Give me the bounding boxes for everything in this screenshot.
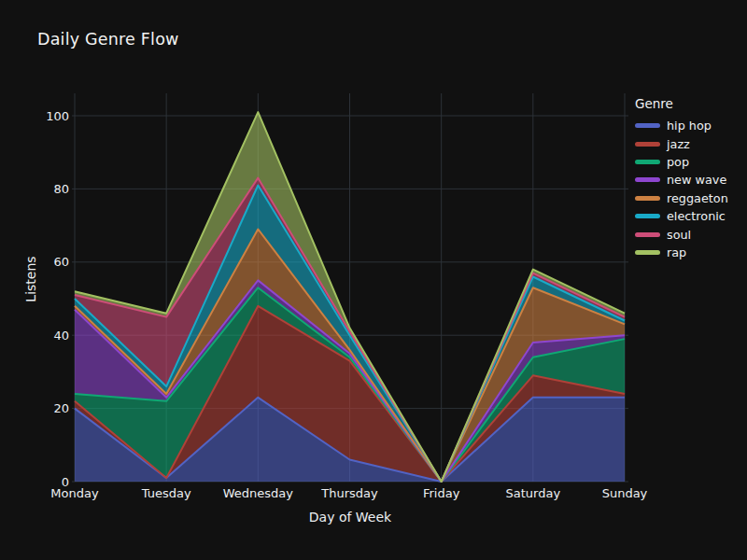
x-tick-label: Wednesday xyxy=(223,486,294,500)
legend-swatch xyxy=(635,196,660,201)
y-tick-label: 100 xyxy=(46,109,69,123)
legend-item[interactable]: soul xyxy=(635,225,742,243)
legend-swatch xyxy=(635,250,660,255)
y-tick-label: 40 xyxy=(53,329,69,343)
legend-items: hip hopjazzpopnew wavereggaetonelectroni… xyxy=(635,117,742,261)
legend-item-label: rap xyxy=(667,245,686,259)
legend-item[interactable]: reggaeton xyxy=(635,189,742,207)
legend-swatch xyxy=(635,160,660,164)
legend-item-label: soul xyxy=(667,228,691,242)
legend-item[interactable]: rap xyxy=(635,244,742,261)
x-tick-label: Tuesday xyxy=(141,486,191,500)
x-axis-title: Day of Week xyxy=(309,510,391,525)
legend-item[interactable]: electronic xyxy=(635,207,742,225)
legend-title: Genre xyxy=(635,96,742,111)
x-tick-label: Sunday xyxy=(602,486,648,500)
legend-swatch xyxy=(635,232,660,237)
y-axis-title: Listens xyxy=(23,256,38,301)
legend-item[interactable]: new wave xyxy=(635,171,742,189)
x-tick-label: Friday xyxy=(423,486,460,500)
y-tick-label: 60 xyxy=(53,255,69,269)
legend-item-label: hip hop xyxy=(667,119,712,133)
chart-canvas: Daily Genre Flow 020406080100MondayTuesd… xyxy=(0,0,747,560)
legend-swatch xyxy=(635,177,660,182)
legend: Genre hip hopjazzpopnew wavereggaetonele… xyxy=(635,96,742,261)
legend-item[interactable]: pop xyxy=(635,153,742,171)
stacked-area-plot: 020406080100MondayTuesdayWednesdayThursd… xyxy=(0,0,747,560)
legend-item[interactable]: hip hop xyxy=(635,117,742,134)
legend-swatch xyxy=(635,142,660,147)
x-tick-label: Thursday xyxy=(320,486,378,500)
legend-swatch xyxy=(635,123,660,128)
y-tick-label: 80 xyxy=(53,182,69,196)
legend-item-label: pop xyxy=(667,155,689,169)
legend-item-label: reggaeton xyxy=(667,191,728,205)
legend-item-label: electronic xyxy=(667,209,726,223)
legend-item-label: new wave xyxy=(667,173,726,187)
x-tick-label: Saturday xyxy=(506,486,561,500)
legend-item[interactable]: jazz xyxy=(635,134,742,152)
x-tick-label: Monday xyxy=(50,486,99,500)
legend-swatch xyxy=(635,214,660,218)
legend-item-label: jazz xyxy=(667,137,690,151)
y-tick-label: 20 xyxy=(53,401,69,415)
